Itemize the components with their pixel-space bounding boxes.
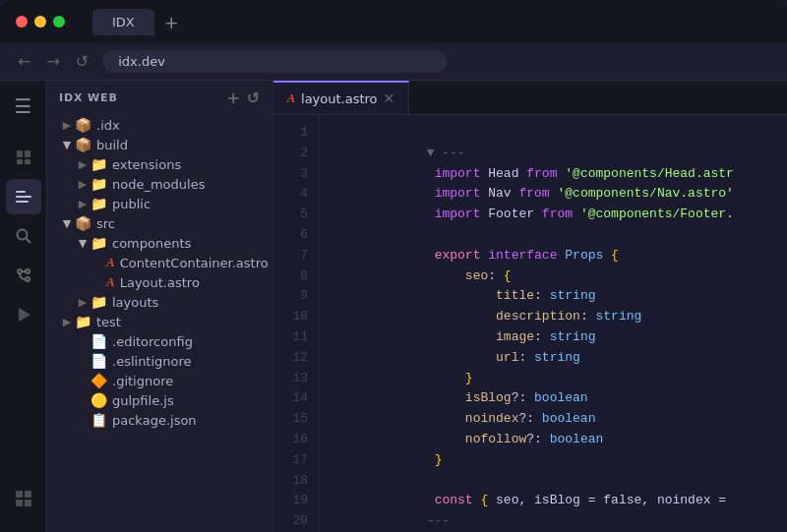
tree-item-packagejson[interactable]: 📋 package.json bbox=[47, 410, 272, 430]
sidebar-actions: + ↺ bbox=[226, 89, 261, 107]
activity-bar: ☰ bbox=[0, 81, 47, 532]
code-line-1: ▼ --- bbox=[334, 123, 787, 144]
tree-item-extensions[interactable]: ▶ 📁 extensions bbox=[47, 154, 272, 174]
browser-window: IDX + ← → ↺ idx.dev ☰ bbox=[0, 0, 787, 532]
tree-item-label: gulpfile.js bbox=[112, 393, 174, 408]
tree-item-label: ContentContainer.astro bbox=[120, 256, 269, 270]
svg-point-7 bbox=[17, 230, 27, 240]
editor-area: A layout.astro ✕ 1 2 3 4 5 6 7 8 9 10 bbox=[273, 81, 787, 532]
tree-item-node-modules[interactable]: ▶ 📁 node_modules bbox=[47, 174, 272, 194]
tree-item-layouts[interactable]: ▶ 📁 layouts bbox=[47, 292, 272, 312]
tree-item-label: extensions bbox=[112, 157, 181, 172]
tree-item-label: Layout.astro bbox=[120, 275, 200, 290]
tree-item-label: package.json bbox=[112, 413, 197, 428]
tree-item-label: .eslintignore bbox=[112, 354, 192, 369]
tree-item-label: public bbox=[112, 197, 151, 211]
code-content[interactable]: ▼ --- import Head from '@components/Head… bbox=[319, 115, 787, 532]
maximize-button[interactable] bbox=[53, 16, 65, 28]
tree-item-content-container[interactable]: A ContentContainer.astro bbox=[47, 253, 272, 272]
explorer-icon[interactable] bbox=[6, 179, 41, 214]
tree-item-public[interactable]: ▶ 📁 public bbox=[47, 194, 272, 213]
forward-button[interactable]: → bbox=[44, 50, 61, 73]
astro-file-icon: A bbox=[287, 91, 295, 106]
chevron-right-icon: ▶ bbox=[59, 119, 75, 132]
tree-item-label: test bbox=[96, 315, 121, 329]
tree-item-src[interactable]: ▼ 📦 src bbox=[47, 213, 272, 233]
code-editor: 1 2 3 4 5 6 7 8 9 10 11 12 13 14 15 16 1 bbox=[273, 115, 787, 532]
svg-rect-4 bbox=[16, 191, 26, 193]
svg-line-8 bbox=[26, 239, 30, 244]
svg-point-11 bbox=[26, 269, 30, 273]
browser-addressbar: ← → ↺ idx.dev bbox=[0, 43, 787, 81]
tree-item-label: build bbox=[96, 138, 128, 152]
tree-item-components[interactable]: ▼ 📁 components bbox=[47, 233, 272, 253]
tree-item-label: node_modules bbox=[112, 177, 205, 192]
tab-label: layout.astro bbox=[301, 91, 378, 106]
files-icon[interactable] bbox=[6, 140, 41, 175]
tab-label: IDX bbox=[112, 15, 135, 30]
tab-close-button[interactable]: ✕ bbox=[384, 90, 395, 106]
tree-item-label: .idx bbox=[96, 118, 120, 133]
minimize-button[interactable] bbox=[34, 16, 46, 28]
svg-rect-2 bbox=[17, 159, 23, 164]
svg-rect-14 bbox=[16, 491, 23, 498]
svg-rect-6 bbox=[16, 201, 29, 203]
chevron-right-icon: ▶ bbox=[75, 198, 91, 210]
svg-point-9 bbox=[18, 269, 22, 273]
svg-rect-17 bbox=[25, 500, 31, 506]
sidebar-header: IDX WEB + ↺ bbox=[47, 81, 272, 115]
tree-item-gitignore[interactable]: 🔶 .gitignore bbox=[47, 371, 272, 390]
svg-point-10 bbox=[26, 277, 30, 281]
svg-rect-1 bbox=[25, 150, 30, 157]
extensions-icon[interactable] bbox=[6, 481, 41, 516]
ide-container: ☰ bbox=[0, 81, 787, 532]
search-icon[interactable] bbox=[6, 218, 41, 254]
tree-item-test[interactable]: ▶ 📁 test bbox=[47, 312, 272, 331]
svg-marker-13 bbox=[19, 308, 30, 322]
tree-item-idx[interactable]: ▶ 📦 .idx bbox=[47, 115, 272, 135]
tree-item-label: layouts bbox=[112, 295, 158, 310]
tree-item-eslintignore[interactable]: 📄 .eslintignore bbox=[47, 351, 272, 371]
tree-item-label: .editorconfig bbox=[112, 334, 193, 349]
chevron-down-icon: ▼ bbox=[75, 237, 91, 250]
svg-rect-3 bbox=[25, 159, 30, 164]
source-control-icon[interactable] bbox=[6, 258, 41, 293]
browser-tabs: IDX + bbox=[92, 9, 771, 35]
editor-tabs: A layout.astro ✕ bbox=[273, 81, 787, 115]
svg-rect-5 bbox=[16, 196, 31, 198]
browser-titlebar: IDX + bbox=[0, 0, 787, 43]
file-tree-sidebar: IDX WEB + ↺ ▶ 📦 .idx ▼ 📦 build ▶ 📁 bbox=[47, 81, 273, 532]
tree-item-editorconfig[interactable]: 📄 .editorconfig bbox=[47, 331, 272, 351]
tree-item-label: src bbox=[96, 216, 115, 231]
chevron-right-icon: ▶ bbox=[75, 158, 91, 171]
add-file-button[interactable]: + bbox=[226, 89, 240, 107]
new-tab-button[interactable]: + bbox=[158, 10, 185, 34]
address-bar[interactable]: idx.dev bbox=[102, 50, 447, 73]
traffic-lights bbox=[16, 16, 65, 28]
refresh-explorer-button[interactable]: ↺ bbox=[247, 89, 261, 107]
svg-rect-15 bbox=[25, 491, 31, 498]
tree-item-build[interactable]: ▼ 📦 build bbox=[47, 135, 272, 154]
tree-item-label: .gitignore bbox=[112, 374, 173, 388]
chevron-down-icon: ▼ bbox=[59, 139, 75, 151]
run-icon[interactable] bbox=[6, 297, 41, 332]
svg-rect-0 bbox=[17, 150, 23, 157]
menu-icon[interactable]: ☰ bbox=[6, 89, 41, 124]
refresh-button[interactable]: ↺ bbox=[74, 50, 91, 73]
back-button[interactable]: ← bbox=[16, 50, 32, 73]
svg-rect-16 bbox=[16, 500, 23, 506]
browser-tab[interactable]: IDX bbox=[92, 9, 154, 35]
chevron-down-icon: ▼ bbox=[59, 217, 75, 230]
tree-item-gulpfile[interactable]: 🟡 gulpfile.js bbox=[47, 390, 272, 410]
tree-item-label: components bbox=[112, 236, 191, 251]
chevron-right-icon: ▶ bbox=[59, 316, 75, 328]
chevron-right-icon: ▶ bbox=[75, 178, 91, 191]
tree-item-layout-astro[interactable]: A Layout.astro bbox=[47, 272, 272, 292]
close-button[interactable] bbox=[16, 16, 28, 28]
editor-tab-layout-astro[interactable]: A layout.astro ✕ bbox=[273, 81, 409, 114]
chevron-right-icon: ▶ bbox=[75, 296, 91, 309]
sidebar-title: IDX WEB bbox=[59, 91, 118, 104]
line-numbers: 1 2 3 4 5 6 7 8 9 10 11 12 13 14 15 16 1 bbox=[273, 115, 319, 532]
